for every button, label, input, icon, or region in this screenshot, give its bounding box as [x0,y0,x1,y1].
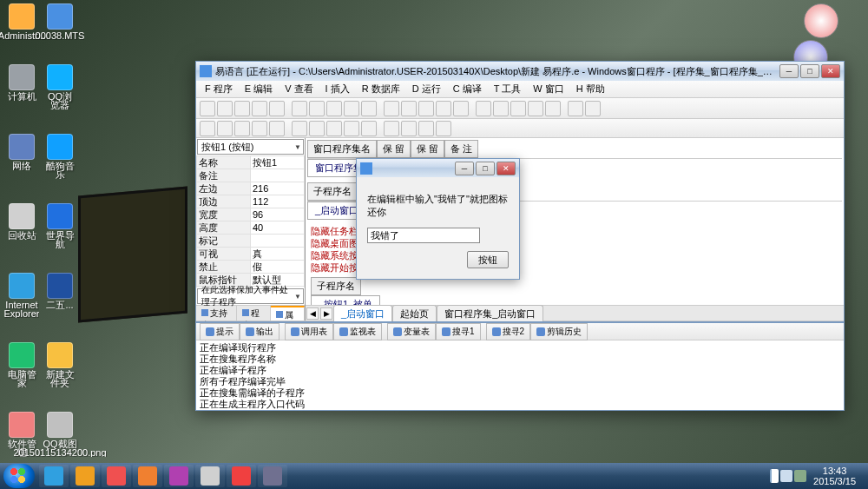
desktop-icon[interactable]: 新建文件夹 (2) [43,342,76,387]
taskbar-item[interactable] [70,465,100,487]
close-button[interactable]: ✕ [821,64,840,78]
toolbar-button[interactable] [418,101,434,116]
dialog-titlebar[interactable]: ─ □ ✕ [357,159,519,177]
toolbar-button[interactable] [309,101,325,116]
toolbar-button[interactable] [234,101,250,116]
menu-item[interactable]: T 工具 [489,81,527,97]
toolbar-button[interactable] [510,101,526,116]
prop-value[interactable]: 40 [251,221,305,235]
toolbar-button[interactable] [292,101,307,116]
toolbar-button[interactable] [384,121,399,136]
toolbar-button[interactable] [418,121,434,136]
taskbar-item[interactable] [164,465,194,487]
toolbar-button[interactable] [344,101,359,116]
desktop-icon[interactable]: 00038.MTS [43,3,76,40]
dialog-input[interactable] [367,228,480,243]
output-body[interactable]: 正在编译现行程序正在搜集程序名称正在编译子程序所有子程序编译完毕正在搜集需编译的… [196,340,844,410]
tab-prev[interactable]: ◀ [306,307,319,320]
desktop-icon[interactable]: 计算机 [5,64,38,109]
toolbar-button[interactable] [200,121,215,136]
output-tab[interactable]: 剪辑历史 [530,323,588,340]
toolbar-button[interactable] [292,121,307,136]
toolbar-button[interactable] [217,101,233,116]
menu-item[interactable]: E 编辑 [240,81,278,97]
toolbar-button[interactable] [269,101,285,116]
output-tab[interactable]: 监视表 [333,323,382,340]
output-tab[interactable]: 变量表 [387,323,436,340]
menu-item[interactable]: W 窗口 [528,81,569,97]
minimize-button[interactable]: ─ [779,64,799,78]
desktop-icon[interactable]: 酷狗音乐 [43,134,76,179]
dialog-minimize[interactable]: ─ [455,162,474,175]
toolbar-button[interactable] [252,101,267,116]
menu-item[interactable]: D 运行 [407,81,446,97]
output-tab[interactable]: 搜寻1 [436,323,481,340]
titlebar[interactable]: 易语言 [正在运行] - C:\Users\Administrator.USER… [196,62,844,81]
toolbar-button[interactable] [401,101,417,116]
toolbar-button[interactable] [344,121,359,136]
menu-item[interactable]: V 查看 [279,81,318,97]
dialog-close[interactable]: ✕ [496,162,516,175]
tray-icon[interactable] [794,470,806,482]
toolbar-button[interactable] [217,121,233,136]
event-selector[interactable]: 在此选择保加入事件处理子程序 [197,288,304,304]
menu-item[interactable]: R 数据库 [357,81,405,97]
prop-value[interactable]: 112 [251,195,305,208]
prop-value[interactable]: 假 [251,261,305,274]
desktop-icon[interactable]: Internet Explorer [5,273,38,318]
toolbar-button[interactable] [436,101,451,116]
prop-value[interactable]: 按钮1 [251,156,305,169]
toolbar-button[interactable] [453,101,469,116]
desktop-icon[interactable]: 网络 [5,134,38,179]
toolbar-button[interactable] [361,121,377,136]
toolbar-button[interactable] [585,101,601,116]
toolbar-button[interactable] [545,101,561,116]
tab-next[interactable]: ▶ [320,307,332,320]
tray-icon[interactable] [770,469,779,483]
start-button[interactable] [3,464,35,488]
toolbar-button[interactable] [476,101,491,116]
toolbar-button[interactable] [309,121,325,136]
toolbar-button[interactable] [568,101,583,116]
menu-item[interactable]: H 帮助 [571,81,610,97]
toolbar-button[interactable] [528,101,543,116]
output-tab[interactable]: 调用表 [285,323,333,340]
toolbar-button[interactable] [384,101,399,116]
editor-tab[interactable]: _启动窗口 [333,305,392,322]
desktop-icon[interactable]: QQ截图20150115134200.png [43,412,76,457]
taskbar-item[interactable] [195,465,225,487]
prop-value[interactable]: 216 [251,182,305,195]
taskbar-item[interactable] [227,465,256,487]
toolbar-button[interactable] [326,101,342,116]
desktop-icon[interactable]: 世界导航 [43,203,76,248]
toolbar-button[interactable] [401,121,417,136]
property-grid[interactable]: 名称按钮1备注左边216顶边112宽度96高度40标记可视真禁止假鼠标指针默认型… [196,155,305,287]
desktop-icon[interactable]: 回收站 [5,203,38,248]
menu-item[interactable]: C 编译 [448,81,487,97]
tray-icon[interactable] [780,470,792,482]
toolbar-button[interactable] [326,121,342,136]
toolbar-button[interactable] [234,121,250,136]
toolbar-button[interactable] [252,121,267,136]
output-tab[interactable]: 输出 [240,323,279,340]
desktop-icon[interactable]: QQ浏览器 [43,64,76,109]
menu-item[interactable]: I 插入 [320,81,355,97]
clock[interactable]: 13:43 2015/3/15 [808,466,861,486]
desktop-icon[interactable]: Administr... [5,3,38,40]
taskbar-item[interactable] [258,465,287,487]
prop-value[interactable]: 96 [251,208,305,221]
sub-name-2[interactable]: _按钮1_被单 [311,295,380,305]
taskbar-item[interactable] [133,465,162,487]
output-tab[interactable]: 提示 [200,323,240,340]
toolbar-button[interactable] [493,101,509,116]
prop-value[interactable]: 真 [251,248,305,261]
dialog-maximize[interactable]: □ [476,162,495,175]
editor-tab[interactable]: 起始页 [392,305,437,322]
prop-value[interactable] [251,235,305,248]
menu-item[interactable]: F 程序 [200,81,238,97]
output-tab[interactable]: 搜寻2 [486,323,531,340]
desktop-icon[interactable]: 二五... [43,273,76,318]
desktop-icon[interactable]: 电脑管家 [5,342,38,387]
toolbar-button[interactable] [436,121,451,136]
toolbar-button[interactable] [361,101,377,116]
